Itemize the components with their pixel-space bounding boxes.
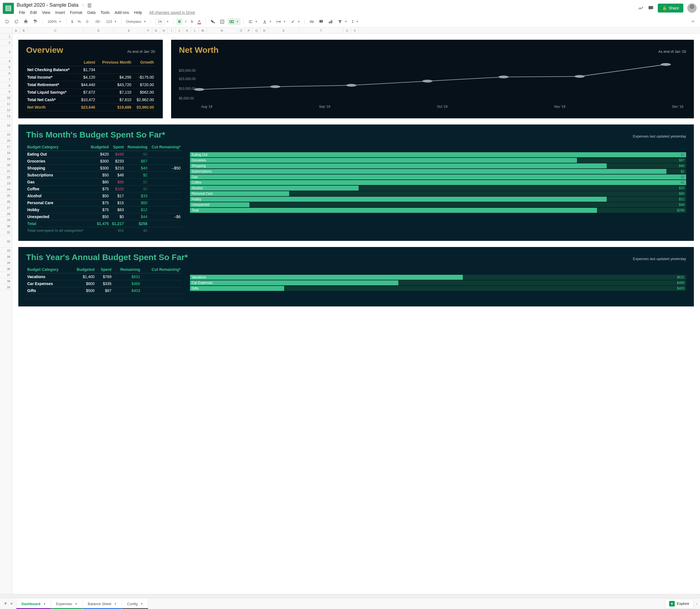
- col-header-L[interactable]: L: [191, 28, 199, 33]
- decrease-decimal-button[interactable]: .0↓: [84, 18, 92, 25]
- col-header-V[interactable]: V: [351, 28, 359, 33]
- row-header-2[interactable]: 2: [0, 40, 12, 46]
- col-header-C[interactable]: C: [28, 28, 83, 33]
- collapse-toolbar-button[interactable]: [689, 18, 697, 25]
- row-header-31[interactable]: 31: [0, 229, 12, 235]
- row-header-24[interactable]: 24: [0, 187, 12, 193]
- row-header-5[interactable]: 5: [0, 64, 12, 70]
- col-header-R[interactable]: R: [261, 28, 268, 33]
- row-header-13[interactable]: 13: [0, 113, 12, 119]
- row-header-16[interactable]: 16: [0, 138, 12, 144]
- menu-file[interactable]: File: [17, 9, 28, 16]
- font-select[interactable]: Overpass▼: [124, 18, 148, 25]
- menu-data[interactable]: Data: [85, 9, 98, 16]
- row-header-36[interactable]: 36: [0, 266, 12, 272]
- col-header-Q[interactable]: Q: [253, 28, 261, 33]
- row-header-1[interactable]: 1: [0, 34, 12, 40]
- col-header-K[interactable]: K: [183, 28, 191, 33]
- col-header-H[interactable]: H: [160, 28, 168, 33]
- bold-button[interactable]: B: [176, 18, 182, 25]
- activity-icon[interactable]: [638, 5, 644, 11]
- chevron-down-icon[interactable]: ▼: [140, 602, 143, 605]
- sheet-tab-dashboard[interactable]: Dashboard▼: [16, 598, 51, 609]
- row-header-26[interactable]: 26: [0, 199, 12, 205]
- account-avatar[interactable]: [687, 3, 697, 13]
- sheet-canvas[interactable]: Overview As end of Jan '20 LatestPreviou…: [12, 34, 700, 594]
- sheet-tab-expenses[interactable]: Expenses▼: [51, 598, 83, 609]
- col-header-O[interactable]: O: [237, 28, 245, 33]
- side-panel-toggle[interactable]: ‹: [696, 602, 697, 606]
- col-header-N[interactable]: N: [207, 28, 237, 33]
- undo-button[interactable]: [3, 18, 11, 25]
- col-header-B[interactable]: B: [20, 28, 28, 33]
- row-header-7[interactable]: 7: [0, 76, 12, 83]
- row-header-27[interactable]: 27: [0, 205, 12, 211]
- row-header-12[interactable]: 12: [0, 107, 12, 113]
- chart-button[interactable]: [327, 18, 335, 25]
- filter-button[interactable]: ▼: [336, 18, 349, 25]
- h-align-button[interactable]: ▼: [246, 18, 260, 25]
- row-header-4[interactable]: 4: [0, 58, 12, 64]
- row-header-29[interactable]: 29: [0, 217, 12, 223]
- print-button[interactable]: [22, 18, 30, 25]
- row-header-11[interactable]: 11: [0, 101, 12, 107]
- italic-button[interactable]: I: [183, 18, 188, 25]
- sheet-tab-balance-sheet[interactable]: Balance Sheet▼: [83, 598, 122, 609]
- wrap-button[interactable]: ▼: [275, 18, 287, 25]
- explore-button[interactable]: ✦ Explore: [665, 599, 693, 608]
- row-header-14[interactable]: 14: [0, 119, 12, 132]
- paint-format-button[interactable]: [31, 18, 39, 25]
- link-button[interactable]: [308, 18, 316, 25]
- currency-button[interactable]: $: [69, 18, 75, 25]
- increase-decimal-button[interactable]: .00↑: [93, 18, 103, 25]
- row-header-38[interactable]: 38: [0, 278, 12, 284]
- row-header-21[interactable]: 21: [0, 168, 12, 174]
- redo-button[interactable]: [12, 18, 20, 25]
- merge-cells-button[interactable]: ▼: [228, 18, 241, 25]
- star-icon[interactable]: ☆: [81, 2, 85, 8]
- row-header-30[interactable]: 30: [0, 223, 12, 229]
- col-header-D[interactable]: D: [83, 28, 114, 33]
- row-header-3[interactable]: 3: [0, 46, 12, 58]
- col-header-U[interactable]: U: [343, 28, 351, 33]
- sheet-tab-config[interactable]: Config▼: [122, 598, 148, 609]
- rotate-button[interactable]: A▼: [288, 18, 302, 25]
- fill-color-button[interactable]: [209, 18, 217, 25]
- menu-edit[interactable]: Edit: [28, 9, 39, 16]
- col-header-G[interactable]: G: [152, 28, 160, 33]
- chevron-down-icon[interactable]: ▼: [114, 602, 117, 605]
- v-align-button[interactable]: ▼: [261, 18, 274, 25]
- col-header-F[interactable]: F: [144, 28, 152, 33]
- row-header-32[interactable]: 32: [0, 235, 12, 247]
- row-header-23[interactable]: 23: [0, 180, 12, 187]
- menu-addons[interactable]: Add-ons: [112, 9, 131, 16]
- col-header-I[interactable]: I: [168, 28, 176, 33]
- col-header-J[interactable]: J: [176, 28, 183, 33]
- functions-button[interactable]: Σ▼: [350, 18, 360, 25]
- menu-tools[interactable]: Tools: [98, 9, 112, 16]
- col-header-P[interactable]: P: [245, 28, 253, 33]
- add-sheet-button[interactable]: +: [4, 601, 7, 607]
- col-header-M[interactable]: M: [199, 28, 207, 33]
- row-header-19[interactable]: 19: [0, 156, 12, 162]
- more-formats-button[interactable]: 123▼: [104, 18, 119, 25]
- menu-help[interactable]: Help: [132, 9, 144, 16]
- sheets-logo[interactable]: [3, 3, 14, 14]
- row-header-33[interactable]: 33: [0, 247, 12, 254]
- menu-view[interactable]: View: [40, 9, 52, 16]
- horizontal-scrollbar[interactable]: [0, 594, 700, 598]
- row-header-15[interactable]: 15: [0, 132, 12, 138]
- row-header-35[interactable]: 35: [0, 260, 12, 266]
- row-header-34[interactable]: 34: [0, 254, 12, 260]
- menu-format[interactable]: Format: [68, 9, 85, 16]
- borders-button[interactable]: [218, 18, 226, 25]
- percent-button[interactable]: %: [76, 18, 83, 25]
- all-sheets-button[interactable]: ≡: [11, 602, 13, 606]
- save-status[interactable]: All changes saved in Drive: [147, 9, 197, 16]
- menu-insert[interactable]: Insert: [53, 9, 67, 16]
- row-header-18[interactable]: 18: [0, 150, 12, 156]
- doc-title[interactable]: Budget 2020 - Sample Data: [17, 2, 78, 8]
- row-header-28[interactable]: 28: [0, 211, 12, 217]
- row-header-25[interactable]: 25: [0, 193, 12, 199]
- text-color-button[interactable]: A: [196, 18, 203, 25]
